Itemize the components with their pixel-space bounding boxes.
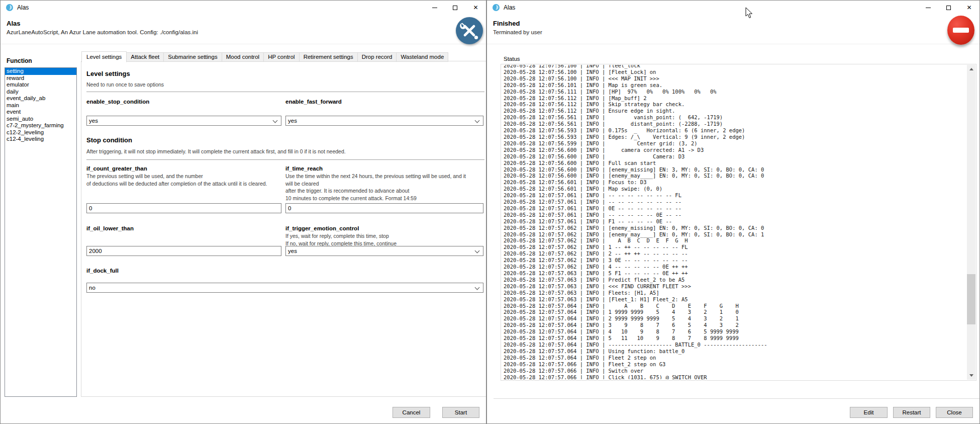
log-output[interactable]: 2020-05-28 12:07:56.100 | INFO | fleet_l…	[502, 65, 966, 379]
function-list-item[interactable]: setting	[5, 68, 76, 75]
run-status-header: Finished Terminated by user	[487, 15, 979, 44]
select-if-trigger-emotion-control[interactable]: yes	[285, 246, 483, 256]
settings-tab[interactable]: Wasteland mode	[396, 52, 448, 62]
settings-tab-bar[interactable]: Level settings Attack fleet Submarine se…	[81, 51, 448, 62]
function-listbox[interactable]: setting reward emulator daily event_dail…	[5, 67, 77, 397]
log-line: 2020-05-28 12:07:57.066 | INFO | Switch …	[504, 368, 966, 374]
log-line: 2020-05-28 12:07:57.063 | INFO | 5 F1 --…	[504, 270, 966, 277]
section-subtitle-stop-condition: After triggering, it will not stop immed…	[86, 148, 346, 154]
log-line: 2020-05-28 12:07:57.064 | INFO | 5 11 10…	[504, 335, 966, 342]
function-list-item[interactable]: c7-2_mystery_farming	[5, 122, 76, 129]
titlebar[interactable]: Alas ✕	[1, 1, 486, 15]
restart-button[interactable]: Restart	[893, 407, 930, 418]
settings-tab[interactable]: Drop record	[357, 52, 397, 62]
log-line: 2020-05-28 12:07:57.064 | INFO | -------…	[504, 342, 966, 348]
log-line: 2020-05-28 12:07:56.593 | INFO | 0.175s …	[504, 127, 966, 134]
log-line: 2020-05-28 12:07:56.600 | INFO | Full sc…	[504, 160, 966, 166]
function-list-item[interactable]: reward	[5, 75, 76, 82]
function-list-item[interactable]: emulator	[5, 81, 76, 89]
divider	[86, 159, 484, 160]
alas-logo-icon	[6, 4, 14, 12]
function-list-item[interactable]: event_daily_ab	[5, 95, 76, 102]
stop-no-entry-icon	[947, 16, 974, 45]
settings-tab[interactable]: Level settings	[81, 51, 127, 62]
edit-button[interactable]: Edit	[850, 407, 888, 418]
settings-tab[interactable]: Attack fleet	[126, 52, 164, 62]
input-if-count-greater-than[interactable]	[86, 203, 281, 213]
divider	[86, 92, 484, 92]
log-line: 2020-05-28 12:07:56.100 | INFO | <<< MAP…	[504, 75, 966, 82]
function-list-item[interactable]: main	[5, 102, 76, 109]
arrow-up-icon	[969, 68, 973, 70]
maximize-button[interactable]	[445, 1, 465, 15]
settings-tab[interactable]: Submarine settings	[163, 52, 222, 62]
settings-tab[interactable]: HP control	[263, 52, 299, 62]
log-line: 2020-05-28 12:07:56.111 | INFO | [HP] 97…	[504, 89, 966, 95]
input-if-time-reach[interactable]	[285, 203, 483, 213]
function-list-item[interactable]: c12-4_leveling	[5, 136, 76, 143]
cancel-button[interactable]: Cancel	[393, 407, 430, 418]
close-button[interactable]: ✕	[959, 1, 979, 15]
arrow-down-icon	[969, 374, 973, 377]
label-if-time-reach: if_time_reach	[285, 165, 483, 172]
log-line: 2020-05-28 12:07:57.064 | INFO | Fleet 2…	[504, 355, 966, 361]
run-status-subtitle: Terminated by user	[493, 29, 542, 35]
input-if-oil-lower-than[interactable]	[86, 246, 281, 256]
log-lines: 2020-05-28 12:07:56.100 | INFO | fleet_l…	[502, 65, 966, 379]
log-line: 2020-05-28 12:07:57.062 | INFO | [enemy_…	[504, 225, 966, 231]
log-line: 2020-05-28 12:07:57.064 | INFO | A B C D…	[504, 303, 966, 309]
log-line: 2020-05-28 12:07:57.064 | INFO | 2 9999 …	[504, 315, 966, 322]
log-scrollbar[interactable]	[967, 65, 975, 380]
select-enable-fast-forward[interactable]: yes	[285, 116, 483, 126]
log-line: 2020-05-28 12:07:57.061 | INFO | -- -- -…	[504, 192, 966, 199]
function-list-item[interactable]: c12-2_leveling	[5, 129, 76, 136]
log-line: 2020-05-28 12:07:57.061 | INFO | -- -- -…	[504, 212, 966, 218]
app-title: Alas	[7, 20, 20, 27]
log-line: 2020-05-28 12:07:57.062 | INFO | A B C D…	[504, 237, 966, 244]
level-settings-tabpage: Level settings Need to run once to save …	[81, 61, 486, 397]
titlebar[interactable]: Alas ✕	[487, 1, 979, 15]
function-list-item[interactable]: semi_auto	[5, 116, 76, 123]
log-line: 2020-05-28 12:07:56.601 | INFO | Map swi…	[504, 186, 966, 192]
minimize-button[interactable]	[424, 1, 445, 15]
close-window-button[interactable]: Close	[936, 407, 973, 418]
log-line: 2020-05-28 12:07:57.062 | INFO | 1 -- ++…	[504, 244, 966, 250]
scroll-down-button[interactable]	[967, 371, 975, 380]
section-subtitle-level-settings: Need to run once to save options	[86, 81, 164, 88]
label-if-oil-lower-than: if_oil_lower_than	[86, 225, 281, 231]
start-button[interactable]: Start	[442, 407, 479, 418]
log-line: 2020-05-28 12:07:57.064 | INFO | 3 9 8 7…	[504, 322, 966, 328]
log-line: 2020-05-28 12:07:57.064 | INFO | Using f…	[504, 348, 966, 355]
label-if-count-greater-than: if_count_greater_than	[86, 165, 281, 172]
log-line: 2020-05-28 12:07:57.061 | INFO | F1 -- -…	[504, 218, 966, 225]
window-title: Alas	[504, 4, 515, 11]
log-line: 2020-05-28 12:07:57.063 | INFO | <<< FIN…	[504, 283, 966, 290]
select-enable-stop-condition[interactable]: yes	[86, 116, 281, 126]
close-button[interactable]: ✕	[465, 1, 486, 15]
app-header: Alas AzurLaneAutoScript, An Azur Lane au…	[1, 15, 486, 44]
alas-config-window: Alas ✕ Alas AzurLaneAutoScript, An Azur …	[0, 0, 486, 424]
settings-tab[interactable]: Retirement settings	[299, 52, 358, 62]
label-if-dock-full: if_dock_full	[86, 268, 281, 274]
log-line: 2020-05-28 12:07:57.064 | INFO | 1 9999 …	[504, 309, 966, 315]
status-group-label: Status	[504, 56, 520, 62]
setup-wrench-icon	[455, 17, 483, 45]
desc-if-count-greater-than: The previous setting will be used, and t…	[86, 173, 281, 187]
log-line: 2020-05-28 12:07:56.112 | INFO | [Map_bu…	[504, 95, 966, 102]
log-line: 2020-05-28 12:07:56.100 | INFO | [Fleet_…	[504, 69, 966, 75]
scroll-up-button[interactable]	[967, 65, 975, 73]
log-line: 2020-05-28 12:07:56.100 | INFO | fleet_l…	[504, 65, 966, 69]
desc-if-time-reach: Use the time within the next 24 hours, t…	[285, 173, 483, 202]
function-list-item[interactable]: event	[5, 109, 76, 116]
function-list-item[interactable]: daily	[5, 89, 76, 96]
settings-tab[interactable]: Mood control	[222, 52, 264, 62]
label-enable-fast-forward: enable_fast_forward	[285, 99, 483, 105]
log-line: 2020-05-28 12:07:56.600 | INFO | Camera:…	[504, 153, 966, 160]
window-title: Alas	[17, 4, 29, 11]
section-heading-stop-condition: Stop condition	[86, 136, 132, 144]
maximize-button[interactable]	[938, 1, 959, 15]
minimize-icon	[926, 8, 931, 8]
select-if-dock-full[interactable]: no	[86, 283, 483, 293]
scrollbar-thumb[interactable]	[967, 274, 975, 324]
minimize-button[interactable]	[918, 1, 938, 15]
